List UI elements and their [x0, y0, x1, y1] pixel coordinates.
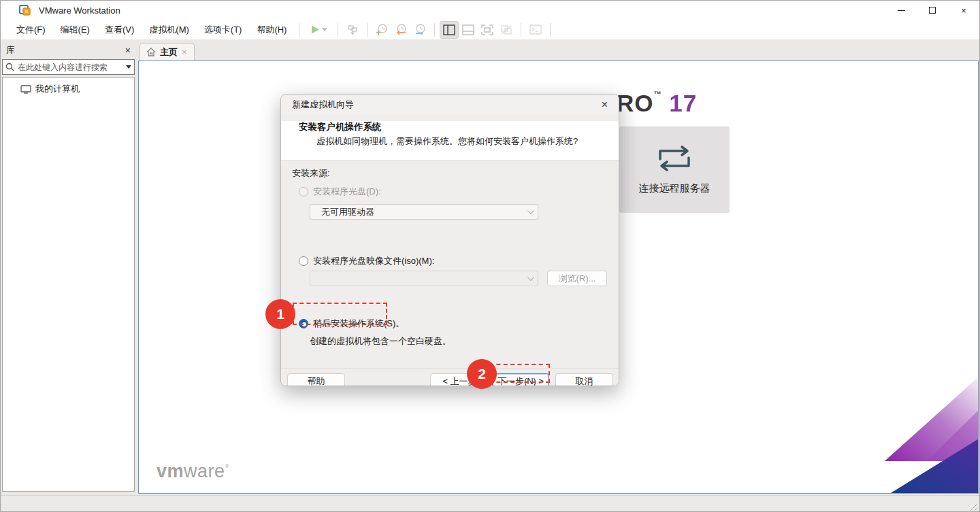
radio-installer-disc[interactable]: 安装程序光盘(D):: [299, 186, 381, 198]
fullscreen-button[interactable]: [478, 21, 497, 39]
home-icon: [146, 48, 156, 56]
show-library-button[interactable]: [440, 21, 459, 39]
close-button[interactable]: ×: [948, 1, 979, 20]
logo-tm: ™: [654, 90, 662, 98]
manage-snapshots-button[interactable]: [410, 21, 429, 39]
resize-grip[interactable]: [968, 502, 977, 511]
toolbar-separator: [367, 23, 368, 37]
dialog-close-icon[interactable]: ×: [598, 98, 612, 112]
send-to-device-button[interactable]: [343, 21, 362, 39]
menu-file[interactable]: 文件(F): [9, 21, 53, 39]
exchange-arrows-icon: [652, 144, 697, 173]
unity-mode-button[interactable]: [497, 21, 516, 39]
library-header: 库 ×: [2, 43, 135, 58]
take-snapshot-button[interactable]: [372, 21, 391, 39]
annotation-circle-step1: 1: [265, 299, 295, 329]
tab-home[interactable]: 主页 ×: [140, 43, 195, 61]
close-icon: ×: [961, 5, 966, 16]
revert-snapshot-button[interactable]: [391, 21, 410, 39]
app-window: VMware Workstation × 文件(F) 编辑(E) 查看(V) 虚…: [0, 0, 980, 512]
clock-wrench-icon: [414, 23, 427, 36]
vmware-logo: vmware®: [157, 461, 229, 482]
browse-button[interactable]: 浏览(R)...: [547, 271, 607, 286]
console-button[interactable]: [526, 21, 545, 39]
toolbar-separator: [299, 23, 299, 37]
show-thumbnail-bar-button[interactable]: [459, 21, 478, 39]
tree-item-my-computer[interactable]: 我的计算机: [3, 81, 134, 97]
library-panel: 库 × 我的计算机: [2, 43, 135, 492]
menu-edit[interactable]: 编辑(E): [53, 21, 97, 39]
play-icon: [310, 24, 321, 35]
disc-drive-value: 无可用驱动器: [321, 206, 374, 218]
dialog-footer: 帮助 < 上一步 下一步(N) > 取消: [281, 368, 619, 386]
connect-remote-server-card[interactable]: 连接远程服务器: [619, 126, 730, 213]
menu-toolbar: 文件(F) 编辑(E) 查看(V) 虚拟机(M) 选项卡(T) 帮助(H): [1, 20, 979, 40]
menu-view[interactable]: 查看(V): [97, 21, 142, 39]
menu-vm[interactable]: 虚拟机(M): [142, 21, 197, 39]
disc-drive-combobox[interactable]: 无可用驱动器: [310, 204, 538, 220]
library-title: 库: [6, 44, 15, 56]
horizontal-split-icon: [462, 24, 474, 35]
logo-version: 17: [662, 90, 698, 116]
title-bar: VMware Workstation ×: [1, 1, 979, 20]
expand-brackets-icon: [481, 24, 493, 35]
connect-card-label: 连接远程服务器: [639, 182, 710, 195]
terminal-prompt-icon: [529, 24, 542, 35]
dialog-heading: 安装客户机操作系统: [299, 121, 619, 133]
workstation-pro-logo: RO™ 17: [617, 90, 697, 117]
tree-item-label: 我的计算机: [35, 83, 80, 95]
annotation-circle-step2: 2: [467, 359, 497, 389]
menu-tab[interactable]: 选项卡(T): [197, 21, 250, 39]
vmware-logo-ware: ware: [184, 461, 225, 481]
dialog-subheading: 虚拟机如同物理机，需要操作系统。您将如何安装客户机操作系统?: [316, 135, 619, 148]
toolbar-separator: [550, 23, 551, 37]
vertical-split-icon: [443, 24, 455, 35]
annotation-box-step2: [489, 364, 550, 383]
clock-plus-icon: [376, 23, 389, 36]
vmware-app-icon: [19, 5, 31, 16]
radio-disc-icon[interactable]: [299, 187, 308, 197]
maximize-button[interactable]: [917, 1, 948, 20]
radio-iso-icon[interactable]: [299, 256, 308, 266]
library-search-box: [2, 59, 135, 75]
toolbar-separator: [521, 23, 521, 37]
annotation-box-step1: [293, 303, 387, 325]
minimize-icon: [898, 10, 905, 11]
install-source-label: 安装来源:: [292, 167, 330, 180]
iso-path-combobox[interactable]: [310, 271, 538, 286]
vmware-logo-vm: vm: [157, 461, 184, 481]
toolbar-separator: [338, 23, 338, 37]
window-controls: ×: [885, 1, 979, 20]
search-input[interactable]: [18, 63, 126, 72]
vmware-logo-reg: ®: [225, 463, 229, 469]
blank-disk-note: 创建的虚拟机将包含一个空白硬盘。: [310, 335, 451, 347]
computer-icon: [20, 85, 31, 94]
window-title: VMware Workstation: [39, 5, 120, 16]
radio-iso-label: 安装程序光盘映像文件(iso)(M):: [313, 255, 434, 267]
toolbar-separator: [434, 23, 435, 37]
device-download-icon: [346, 24, 359, 36]
minimize-button[interactable]: [885, 1, 917, 20]
status-bar: [1, 495, 979, 512]
chevron-down-icon: [527, 274, 534, 281]
search-dropdown-icon[interactable]: [126, 65, 131, 69]
help-button[interactable]: 帮助: [287, 373, 345, 386]
cancel-button[interactable]: 取消: [555, 373, 613, 386]
tab-close-icon[interactable]: ×: [182, 48, 187, 56]
library-tree: 我的计算机: [2, 77, 135, 492]
dialog-header: 安装客户机操作系统 虚拟机如同物理机，需要操作系统。您将如何安装客户机操作系统?: [281, 121, 619, 160]
dialog-content: 安装来源: 安装程序光盘(D): 无可用驱动器 安装程序光盘映像文件(iso)(…: [281, 160, 619, 368]
library-close-icon[interactable]: ×: [125, 46, 131, 55]
clock-arrow-left-icon: [395, 23, 408, 36]
unity-mode-icon: [500, 24, 512, 35]
menu-help[interactable]: 帮助(H): [249, 21, 294, 39]
search-icon: [5, 63, 14, 71]
caret-down-icon: [322, 28, 327, 31]
chevron-down-icon: [527, 207, 534, 214]
radio-iso-image[interactable]: 安装程序光盘映像文件(iso)(M):: [299, 255, 434, 267]
new-vm-wizard-dialog: 新建虚拟机向导 × 安装客户机操作系统 虚拟机如同物理机，需要操作系统。您将如何…: [280, 94, 619, 386]
radio-disc-label: 安装程序光盘(D):: [313, 186, 381, 198]
power-on-button[interactable]: [304, 21, 333, 39]
dialog-title: 新建虚拟机向导: [292, 99, 354, 111]
maximize-icon: [929, 7, 936, 14]
